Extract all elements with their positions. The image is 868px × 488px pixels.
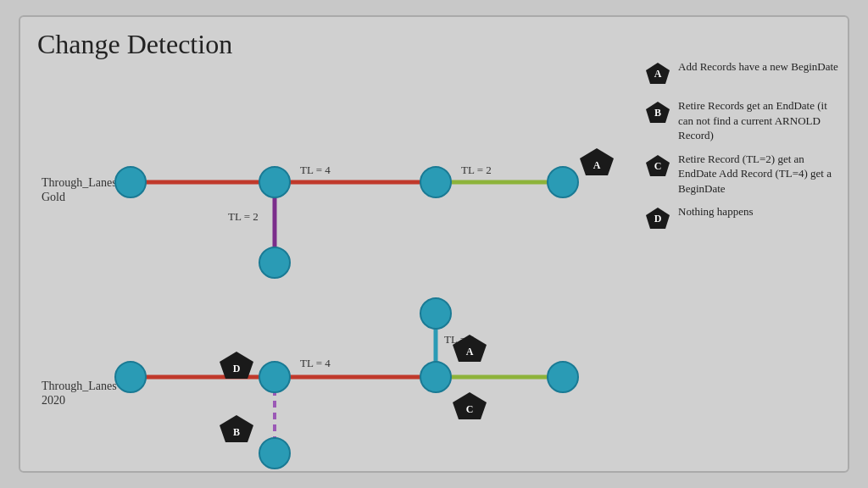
svg-point-37: [420, 298, 451, 329]
legend-panel: A Add Records have a new BeginDate B Ret…: [644, 59, 839, 243]
svg-point-18: [259, 167, 290, 197]
legend-item-d: D Nothing happens: [644, 204, 839, 235]
svg-text:C: C: [466, 403, 474, 415]
legend-text-c: Retire Record (TL=2) get an EndDate Add …: [678, 152, 839, 197]
svg-point-33: [115, 362, 146, 392]
svg-point-17: [115, 167, 146, 197]
svg-text:2020: 2020: [42, 394, 65, 407]
legend-text-b: Retire Records get an EndDate (it can no…: [678, 98, 839, 143]
diagram-svg: Through_Lanes Gold TL = 4 TL = 2 TL = 2 …: [29, 64, 648, 470]
svg-text:A: A: [466, 346, 474, 358]
svg-point-34: [259, 362, 290, 392]
legend-item-b: B Retire Records get an EndDate (it can …: [644, 98, 839, 143]
svg-point-20: [548, 167, 578, 197]
svg-text:Through_Lanes: Through_Lanes: [42, 380, 117, 392]
svg-point-38: [259, 438, 290, 469]
svg-text:B: B: [233, 426, 240, 438]
legend-icon-c: C: [644, 153, 671, 182]
legend-text-a: Add Records have a new BeginDate: [678, 59, 838, 75]
svg-text:D: D: [233, 363, 241, 374]
svg-text:TL = 4: TL = 4: [300, 164, 331, 176]
svg-text:D: D: [654, 213, 662, 225]
page-title: Change Detection: [37, 29, 232, 60]
svg-text:Gold: Gold: [42, 191, 65, 203]
svg-point-36: [548, 362, 578, 392]
legend-icon-b: B: [644, 100, 671, 129]
legend-text-d: Nothing happens: [678, 204, 753, 219]
svg-text:C: C: [654, 160, 662, 172]
svg-text:TL = 2: TL = 2: [461, 164, 492, 176]
legend-item-c: C Retire Record (TL=2) get an EndDate Ad…: [644, 152, 839, 197]
svg-point-35: [420, 362, 451, 392]
svg-text:A: A: [654, 68, 662, 80]
legend-item-a: A Add Records have a new BeginDate: [644, 59, 839, 90]
svg-point-21: [259, 247, 290, 278]
main-container: Change Detection A Add Records have a ne…: [19, 15, 849, 473]
svg-text:A: A: [593, 159, 601, 171]
svg-point-19: [420, 167, 451, 197]
svg-text:B: B: [654, 107, 661, 119]
legend-icon-a: A: [644, 61, 671, 90]
svg-text:TL = 2: TL = 2: [228, 210, 259, 223]
legend-icon-d: D: [644, 206, 671, 235]
svg-text:Through_Lanes: Through_Lanes: [42, 176, 117, 189]
svg-text:TL = 4: TL = 4: [300, 357, 331, 369]
